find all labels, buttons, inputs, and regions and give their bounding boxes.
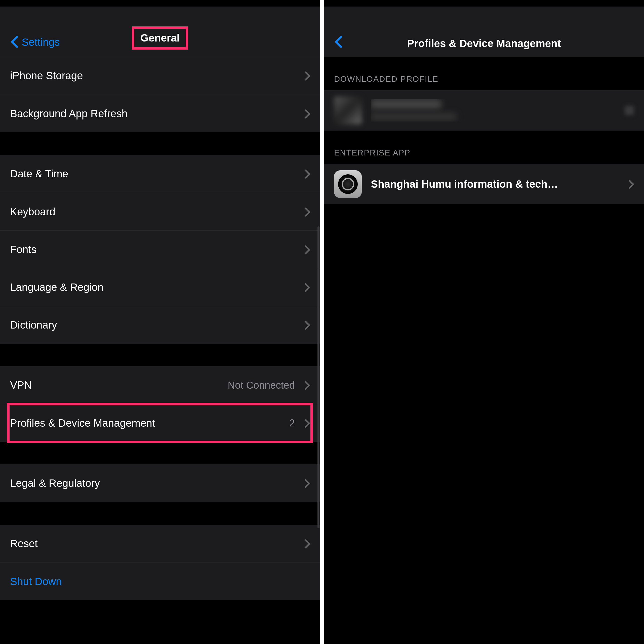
section-gap bbox=[0, 132, 320, 155]
chevron-right-icon bbox=[302, 109, 310, 119]
dictionary-row[interactable]: Dictionary bbox=[0, 306, 320, 344]
legal-regulatory-row[interactable]: Legal & Regulatory bbox=[0, 464, 320, 502]
chevron-right-icon bbox=[302, 207, 310, 217]
nav-header: Settings General bbox=[0, 7, 320, 57]
scrollbar[interactable] bbox=[317, 226, 319, 528]
chevron-right-icon bbox=[302, 380, 310, 390]
chevron-right-icon bbox=[626, 179, 634, 189]
section-header-downloaded-profile: DOWNLOADED PROFILE bbox=[324, 57, 644, 90]
fonts-label: Fonts bbox=[10, 244, 302, 256]
page-title: Profiles & Device Management bbox=[324, 37, 644, 50]
chevron-right-icon bbox=[302, 169, 310, 179]
status-bar bbox=[0, 0, 320, 7]
section-gap bbox=[0, 344, 320, 366]
shut-down-row[interactable]: Shut Down bbox=[0, 562, 320, 600]
chevron-right-icon bbox=[302, 245, 310, 255]
chevron-right-icon bbox=[302, 71, 310, 81]
background-app-refresh-label: Background App Refresh bbox=[10, 108, 302, 120]
profile-title-redacted bbox=[371, 99, 441, 109]
profile-badge bbox=[625, 106, 634, 115]
dictionary-label: Dictionary bbox=[10, 319, 302, 331]
section-gap bbox=[0, 502, 320, 525]
legal-regulatory-label: Legal & Regulatory bbox=[10, 477, 302, 489]
chevron-right-icon bbox=[302, 418, 310, 428]
vpn-label: VPN bbox=[10, 379, 228, 391]
profile-icon bbox=[334, 97, 362, 124]
section-header-enterprise-app: ENTERPRISE APP bbox=[324, 131, 644, 164]
iphone-storage-label: iPhone Storage bbox=[10, 70, 302, 82]
background-app-refresh-row[interactable]: Background App Refresh bbox=[0, 95, 320, 132]
language-region-row[interactable]: Language & Region bbox=[0, 268, 320, 306]
settings-list: iPhone StorageBackground App RefreshDate… bbox=[0, 57, 320, 600]
profiles-device-management-label: Profiles & Device Management bbox=[10, 417, 289, 429]
reset-row[interactable]: Reset bbox=[0, 525, 320, 562]
status-bar bbox=[324, 0, 644, 7]
date-time-label: Date & Time bbox=[10, 168, 302, 180]
enterprise-app-row[interactable]: Shanghai Humu information & tech… bbox=[324, 164, 644, 204]
page-title-wrap: General bbox=[0, 26, 320, 50]
reset-label: Reset bbox=[10, 538, 302, 550]
profiles-device-management-value: 2 bbox=[289, 417, 295, 429]
shut-down-label: Shut Down bbox=[10, 576, 310, 588]
profile-subtitle-redacted bbox=[371, 113, 456, 120]
nav-header: Profiles & Device Management bbox=[324, 7, 644, 57]
chevron-right-icon bbox=[302, 320, 310, 330]
keyboard-row[interactable]: Keyboard bbox=[0, 193, 320, 230]
settings-gear-icon bbox=[334, 170, 362, 198]
fonts-row[interactable]: Fonts bbox=[0, 230, 320, 268]
date-time-row[interactable]: Date & Time bbox=[0, 155, 320, 193]
profiles-device-management-row[interactable]: Profiles & Device Management2 bbox=[0, 404, 320, 442]
chevron-right-icon bbox=[302, 539, 310, 549]
page-title: General bbox=[132, 26, 188, 50]
language-region-label: Language & Region bbox=[10, 281, 302, 293]
chevron-right-icon bbox=[302, 478, 310, 488]
vpn-row[interactable]: VPNNot Connected bbox=[0, 366, 320, 404]
enterprise-app-label: Shanghai Humu information & tech… bbox=[371, 178, 626, 190]
downloaded-profile-row[interactable] bbox=[324, 90, 644, 131]
section-gap bbox=[0, 442, 320, 464]
right-screen: Profiles & Device Management DOWNLOADED … bbox=[324, 0, 644, 644]
vpn-value: Not Connected bbox=[228, 380, 295, 391]
iphone-storage-row[interactable]: iPhone Storage bbox=[0, 57, 320, 95]
keyboard-label: Keyboard bbox=[10, 206, 302, 218]
profile-text bbox=[371, 99, 625, 122]
chevron-right-icon bbox=[302, 282, 310, 292]
left-screen: Settings General iPhone StorageBackgroun… bbox=[0, 0, 320, 644]
